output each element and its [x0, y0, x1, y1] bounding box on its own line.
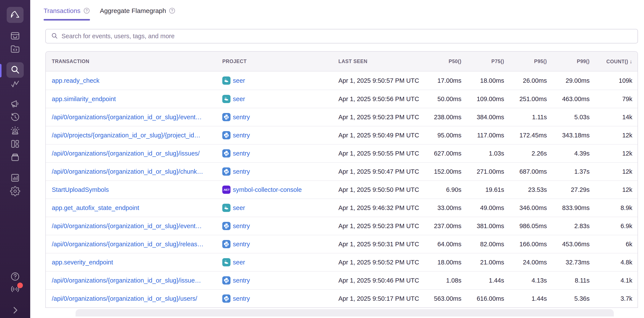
sidebar-item-settings[interactable] [10, 186, 20, 197]
table-row[interactable]: app.similarity_endpoint [46, 90, 638, 108]
p99-cell: 32.73ms [552, 259, 595, 266]
sidebar-item-feedback[interactable] [10, 99, 20, 109]
last-seen-cell: Apr 1, 2025 9:46:32 PM UTC [332, 204, 424, 211]
transaction-cell: /api/0/organizations/{organization_id_or… [46, 150, 216, 157]
search-bar[interactable] [45, 29, 638, 44]
project-link[interactable]: sentry [233, 114, 250, 121]
last-seen-cell: Apr 1, 2025 9:50:56 PM UTC [332, 96, 424, 103]
table-row[interactable]: app.ready_check [46, 72, 638, 90]
count-cell: 12k [595, 168, 638, 175]
p99-cell: 453.06ms [552, 241, 595, 248]
transaction-link[interactable]: /api/0/projects/{organization_id_or_slug… [52, 132, 200, 139]
sidebar-expand-button[interactable] [10, 305, 20, 316]
sentry-logo-button[interactable] [7, 7, 24, 23]
transaction-link[interactable]: /api/0/organizations/{organization_id_or… [52, 168, 203, 175]
sidebar-item-dashboards[interactable] [10, 139, 20, 150]
column-header-count[interactable]: COUNT()↓ [595, 58, 638, 65]
sidebar-item-traces[interactable] [10, 79, 20, 89]
transaction-link[interactable]: /api/0/organizations/{organization_id_or… [52, 114, 202, 121]
project-link[interactable]: seer [233, 259, 245, 266]
tab-aggregate-flamegraph-label: Aggregate Flamegraph [100, 7, 166, 15]
sentry-logo [10, 10, 20, 20]
p75-cell: 49.00ms [466, 204, 509, 211]
table-row[interactable]: /api/0/organizations/{organization_id_or… [46, 217, 638, 235]
sidebar-item-replays[interactable] [10, 112, 20, 123]
question-circle-icon[interactable] [169, 7, 176, 14]
sidebar-item-alerts[interactable] [10, 126, 20, 136]
column-header-p50[interactable]: P50() [424, 59, 466, 64]
sidebar-item-stats[interactable] [10, 173, 20, 183]
column-header-p99[interactable]: P99() [552, 59, 595, 64]
p50-cell: 152.00ms [424, 168, 466, 175]
table-row[interactable]: app.severity_endpoint [46, 253, 638, 271]
transaction-cell: app.get_autofix_state_endpoint [46, 204, 216, 211]
column-header-p75[interactable]: P75() [466, 59, 509, 64]
transaction-link[interactable]: StartUploadSymbols [52, 186, 109, 193]
transaction-link[interactable]: app.ready_check [52, 77, 100, 84]
table-row[interactable]: /api/0/projects/{organization_id_or_slug… [46, 126, 638, 144]
p75-cell: 117.00ms [466, 132, 509, 139]
transaction-link[interactable]: /api/0/organizations/{organization_id_or… [52, 295, 197, 302]
project-cell: .NET sentry [216, 294, 332, 303]
search-icon [51, 32, 58, 40]
question-circle-icon[interactable] [83, 7, 90, 14]
p95-cell: 687.00ms [509, 168, 552, 175]
p95-cell: 4.13s [509, 277, 552, 284]
transaction-link[interactable]: app.similarity_endpoint [52, 96, 116, 102]
project-link[interactable]: symbol-collector-console [233, 186, 302, 193]
p99-cell: 5.36s [552, 295, 595, 302]
sidebar-item-whats-new[interactable] [10, 284, 20, 295]
transaction-link[interactable]: app.get_autofix_state_endpoint [52, 204, 139, 211]
table-row[interactable]: /api/0/organizations/{organization_id_or… [46, 271, 638, 289]
table-row[interactable]: /api/0/organizations/{organization_id_or… [46, 108, 638, 126]
tab-aggregate-flamegraph[interactable]: Aggregate Flamegraph [100, 6, 176, 21]
count-cell: 12k [595, 150, 638, 157]
project-link[interactable]: sentry [233, 222, 250, 230]
project-link[interactable]: sentry [233, 132, 250, 139]
project-link[interactable]: sentry [233, 295, 250, 302]
table-row[interactable]: /api/0/organizations/{organization_id_or… [46, 162, 638, 180]
p95-cell: 346.00ms [509, 204, 552, 211]
sidebar-item-releases[interactable] [10, 153, 20, 163]
p99-cell: 463.00ms [552, 96, 595, 103]
main-content: Transactions Aggregate Flamegraph [30, 0, 644, 318]
project-link[interactable]: sentry [233, 168, 250, 175]
p75-cell: 616.00ms [466, 295, 509, 302]
table-row[interactable]: StartUploadSymbols [46, 180, 638, 199]
project-platform-icon: .NET [222, 77, 230, 85]
p95-cell: 24.00ms [509, 259, 552, 266]
project-link[interactable]: sentry [233, 277, 250, 284]
p75-cell: 18.00ms [466, 77, 509, 84]
p99-cell: 8.11s [552, 277, 595, 284]
column-header-transaction[interactable]: TRANSACTION [46, 59, 216, 64]
table-row[interactable]: /api/0/organizations/{organization_id_or… [46, 289, 638, 307]
transaction-link[interactable]: /api/0/organizations/{organization_id_or… [52, 222, 202, 229]
transaction-link[interactable]: /api/0/organizations/{organization_id_or… [52, 241, 204, 248]
sidebar-item-projects[interactable] [10, 44, 20, 55]
transaction-link[interactable]: /api/0/organizations/{organization_id_or… [52, 150, 200, 157]
table-row[interactable]: app.get_autofix_state_endpoint [46, 199, 638, 217]
project-link[interactable]: sentry [233, 241, 250, 248]
project-link[interactable]: seer [233, 96, 245, 103]
project-platform-icon: .NET [222, 95, 230, 103]
project-link[interactable]: sentry [233, 150, 250, 157]
project-link[interactable]: seer [233, 204, 245, 211]
sidebar-item-help[interactable] [10, 272, 20, 282]
project-link[interactable]: seer [233, 77, 245, 84]
column-header-project[interactable]: PROJECT [216, 59, 332, 64]
column-header-p95[interactable]: P95() [509, 59, 552, 64]
search-input[interactable] [62, 33, 632, 40]
p99-cell: 1.37s [552, 168, 595, 175]
table-row[interactable]: /api/0/organizations/{organization_id_or… [46, 235, 638, 253]
table-row[interactable]: /api/0/organizations/{organization_id_or… [46, 144, 638, 162]
tab-transactions[interactable]: Transactions [44, 6, 90, 21]
count-cell: 12k [595, 132, 638, 139]
transaction-cell: StartUploadSymbols [46, 186, 216, 193]
sidebar-item-explore-active[interactable] [6, 62, 24, 78]
transaction-link[interactable]: /api/0/organizations/{organization_id_or… [52, 277, 201, 284]
column-header-last-seen[interactable]: LAST SEEN [332, 59, 424, 64]
p50-cell: 563.00ms [424, 295, 466, 302]
sidebar-item-issues[interactable] [10, 31, 20, 42]
help-icon [10, 271, 20, 282]
transaction-link[interactable]: app.severity_endpoint [52, 259, 113, 266]
